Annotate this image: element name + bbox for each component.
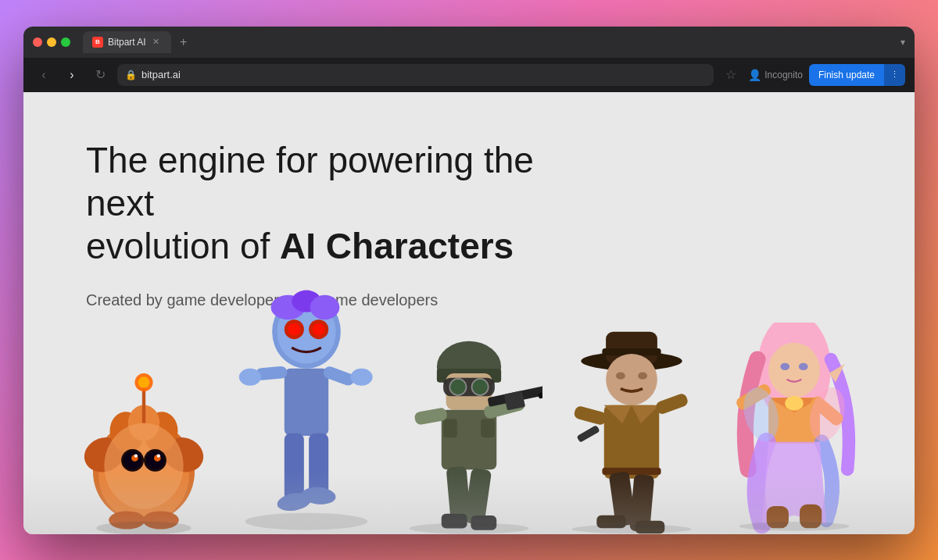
- svg-point-77: [768, 343, 820, 398]
- browser-window: B Bitpart AI ✕ + ▾ ‹ › ↻ 🔒 bitpart.ai ☆ …: [23, 27, 915, 534]
- title-bar: B Bitpart AI ✕ + ▾: [23, 27, 915, 58]
- minimize-button[interactable]: [47, 37, 56, 47]
- hero-title-bold: AI Characters: [280, 226, 514, 266]
- svg-point-14: [134, 455, 138, 458]
- tab-favicon: B: [92, 37, 103, 48]
- address-secure-icon: 🔒: [125, 70, 137, 80]
- svg-point-34: [239, 369, 261, 386]
- close-button[interactable]: [33, 37, 42, 47]
- finish-update-more-button[interactable]: ⋮: [884, 64, 905, 86]
- svg-point-81: [785, 396, 804, 411]
- svg-rect-68: [573, 405, 607, 426]
- active-tab[interactable]: B Bitpart AI ✕: [83, 31, 171, 53]
- svg-point-30: [313, 323, 325, 336]
- svg-rect-47: [442, 410, 497, 469]
- traffic-lights: [33, 37, 70, 47]
- hero-title-line2: evolution of AI Characters: [86, 226, 514, 266]
- svg-rect-48: [443, 419, 457, 438]
- svg-point-15: [157, 455, 160, 458]
- incognito-label: Incognito: [764, 70, 803, 80]
- svg-point-78: [780, 363, 789, 370]
- new-tab-button[interactable]: +: [174, 33, 193, 52]
- svg-point-65: [638, 373, 647, 380]
- hero-title-line1: The engine for powering the next: [86, 140, 534, 223]
- incognito-button[interactable]: 👤 Incognito: [748, 69, 803, 81]
- nav-actions: ☆ 👤 Incognito Finish update ⋮: [720, 64, 905, 86]
- tab-bar-collapse[interactable]: ▾: [900, 37, 905, 48]
- incognito-icon: 👤: [748, 69, 761, 81]
- address-bar[interactable]: 🔒 bitpart.ai: [117, 64, 714, 86]
- hero-title-part2: evolution of: [86, 226, 280, 266]
- svg-point-46: [472, 379, 489, 395]
- svg-point-29: [288, 323, 301, 336]
- svg-point-45: [449, 379, 466, 395]
- address-text: bitpart.ai: [141, 69, 181, 80]
- finish-update-wrapper: Finish update ⋮: [809, 64, 905, 86]
- bookmark-button[interactable]: ☆: [720, 64, 742, 86]
- svg-point-26: [310, 295, 340, 319]
- page-bottom-shadow: [23, 472, 915, 534]
- svg-rect-31: [285, 369, 328, 436]
- forward-button[interactable]: ›: [61, 64, 83, 86]
- refresh-button[interactable]: ↻: [89, 64, 111, 86]
- page-content: The engine for powering the next evoluti…: [23, 92, 915, 534]
- svg-point-18: [138, 376, 149, 387]
- finish-update-button[interactable]: Finish update: [809, 64, 884, 86]
- svg-point-35: [350, 369, 372, 386]
- svg-point-64: [616, 373, 625, 380]
- nav-bar: ‹ › ↻ 🔒 bitpart.ai ☆ 👤 Incognito Finish …: [23, 58, 915, 92]
- svg-rect-49: [481, 419, 495, 438]
- tab-label: Bitpart AI: [108, 37, 146, 48]
- back-button[interactable]: ‹: [33, 64, 55, 86]
- maximize-button[interactable]: [61, 37, 70, 47]
- web-content: The engine for powering the next evoluti…: [23, 92, 915, 534]
- tab-bar: B Bitpart AI ✕ + ▾: [83, 31, 905, 53]
- tab-close-button[interactable]: ✕: [151, 37, 162, 48]
- svg-point-79: [799, 363, 808, 370]
- hero-title: The engine for powering the next evoluti…: [86, 139, 555, 269]
- svg-point-63: [606, 354, 657, 405]
- svg-rect-70: [577, 425, 600, 443]
- svg-rect-69: [654, 393, 689, 416]
